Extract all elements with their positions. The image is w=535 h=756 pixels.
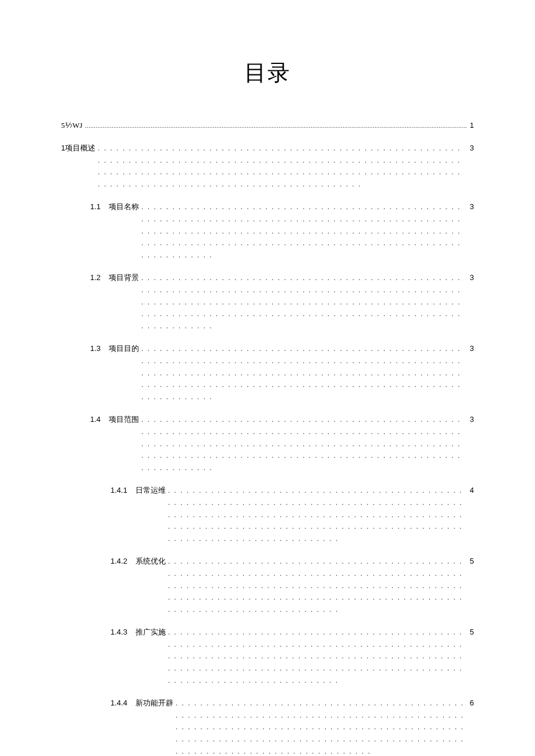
toc-entry-page: 1 [470, 120, 474, 132]
toc-entry-page: 4 [470, 485, 474, 497]
toc-leader [141, 414, 466, 474]
toc-entry-number: 1.4.2 [110, 556, 127, 568]
toc-leader [141, 343, 466, 403]
toc-entry-page: 5 [470, 626, 474, 639]
toc-entry: 1.3项目目的3 [61, 343, 474, 403]
toc-entry-label: 项目范围 [109, 414, 139, 426]
toc-entry-label: 系统优化 [135, 556, 166, 568]
toc-entry-page: 3 [470, 201, 474, 213]
toc-entry: 1.4.1日常运维4 [61, 485, 474, 545]
toc-entry-label: 项目目的 [109, 343, 139, 355]
toc-entry-label: 项目名称 [109, 201, 139, 213]
toc-entry-label: 1项目概述 [61, 142, 95, 155]
toc-leader [176, 697, 466, 756]
toc-leader [168, 485, 466, 545]
toc-entry-page: 3 [470, 414, 474, 426]
toc-entry: 1.4项目范围3 [61, 414, 474, 474]
toc-entry: 1.4.4新功能开辟6 [61, 697, 474, 756]
toc-entry-label: 项目背景 [109, 272, 139, 284]
toc-entry-label: 5⅐WJ [61, 120, 83, 132]
toc-entry-label: 推广实施 [135, 626, 166, 639]
table-of-contents: 5⅐WJ11项目概述31.1项目名称31.2项目背景31.3项目目的31.4项目… [61, 120, 474, 756]
toc-entry-number: 1.4 [90, 414, 101, 426]
page-title: 目录 [61, 58, 474, 88]
toc-entry-number: 1.1 [90, 201, 101, 213]
toc-entry-page: 5 [470, 556, 474, 568]
toc-entry-page: 6 [470, 697, 474, 710]
toc-leader [98, 142, 466, 191]
toc-leader [85, 120, 466, 132]
toc-entry-page: 3 [470, 272, 474, 284]
toc-entry-number: 1.3 [90, 343, 101, 355]
toc-entry-number: 1.4.1 [110, 485, 127, 497]
toc-leader [141, 201, 466, 261]
toc-entry-number: 1.2 [90, 272, 101, 284]
toc-leader [141, 272, 466, 332]
toc-entry-label: 日常运维 [135, 485, 166, 497]
toc-entry: 1.2项目背景3 [61, 272, 474, 332]
toc-entry-number: 1.4.3 [110, 626, 127, 639]
toc-leader [168, 626, 466, 687]
toc-entry: 1.4.3推广实施5 [61, 626, 474, 687]
toc-entry-label: 新功能开辟 [135, 697, 173, 710]
toc-entry-page: 3 [470, 142, 474, 155]
toc-entry-number: 1.4.4 [110, 697, 127, 710]
toc-entry: 5⅐WJ1 [61, 120, 474, 132]
toc-entry-page: 3 [470, 343, 474, 355]
toc-entry: 1.1项目名称3 [61, 201, 474, 261]
toc-entry: 1项目概述3 [61, 142, 474, 191]
toc-entry: 1.4.2系统优化5 [61, 556, 474, 616]
toc-leader [168, 556, 466, 616]
